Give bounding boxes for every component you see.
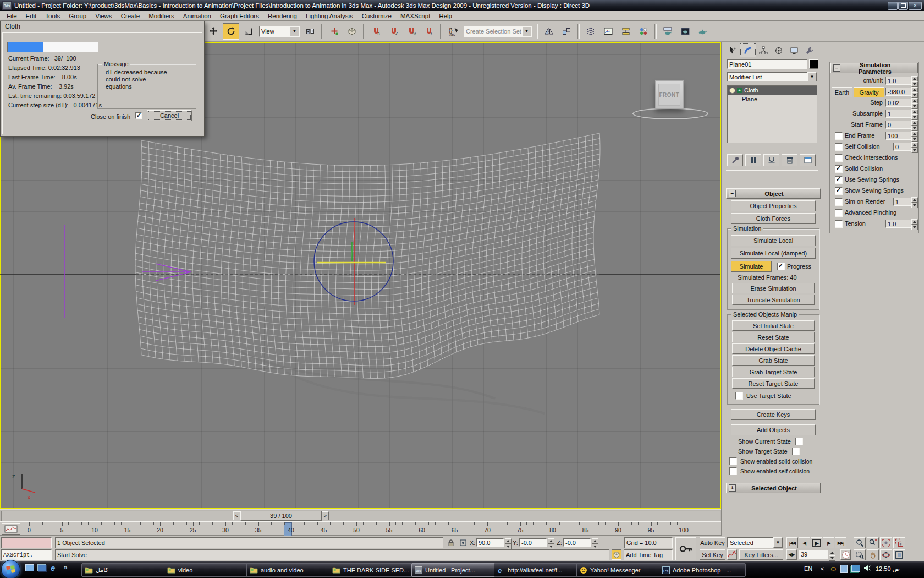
window-switcher-icon[interactable] bbox=[37, 564, 46, 571]
open-mini-curve-editor-button[interactable] bbox=[2, 523, 20, 535]
previous-frame-button[interactable]: < bbox=[233, 511, 240, 520]
reset-state-button[interactable]: Reset State bbox=[732, 332, 815, 342]
keyboard-shortcut-override-button[interactable] bbox=[344, 23, 360, 40]
taskbar-button-5[interactable]: ehttp://alkafeel.net/f... bbox=[494, 563, 581, 577]
show-end-result-button[interactable] bbox=[745, 154, 761, 166]
go-to-end-button[interactable]: ▶▶| bbox=[835, 537, 846, 548]
mirror-button[interactable] bbox=[541, 23, 557, 40]
selection-set-filter-dropdown[interactable]: Selected ▼ bbox=[727, 537, 783, 548]
solid-collision-checkbox[interactable] bbox=[835, 165, 843, 173]
show-desktop-icon[interactable] bbox=[25, 564, 34, 571]
menu-tools[interactable]: Tools bbox=[41, 12, 64, 20]
truncate-simulation-button[interactable]: Truncate Simulation bbox=[732, 295, 815, 305]
render-production-button[interactable] bbox=[695, 23, 711, 40]
use-sewing-springs-checkbox[interactable] bbox=[835, 176, 843, 184]
select-and-move-button[interactable] bbox=[205, 23, 222, 40]
simulate-local-damped--button[interactable]: Simulate Local (damped) bbox=[731, 248, 816, 259]
select-and-manipulate-button[interactable] bbox=[326, 23, 343, 40]
taskbar-button-2[interactable]: audio and video bbox=[246, 563, 333, 577]
gravity-button[interactable]: Gravity bbox=[854, 87, 884, 97]
angle-snap-toggle-button[interactable]: ∠ bbox=[386, 23, 402, 40]
end-frame-checkbox[interactable] bbox=[835, 132, 843, 140]
snap-toggle-3d-button[interactable]: 3 bbox=[368, 23, 384, 40]
selection-lock-toggle[interactable] bbox=[447, 538, 455, 547]
volume-tray-icon[interactable] bbox=[864, 564, 871, 572]
step-spinner-up[interactable] bbox=[911, 98, 918, 103]
modifier-enable-bulb-icon[interactable] bbox=[729, 88, 735, 94]
play-animation-button[interactable]: ▶ bbox=[811, 537, 822, 548]
expand-modifier-icon[interactable]: + bbox=[737, 88, 742, 93]
object-name-field[interactable]: Plane01 bbox=[727, 59, 807, 69]
tab-display[interactable] bbox=[787, 43, 802, 57]
reset-target-state-button[interactable]: Reset Target State bbox=[732, 378, 815, 389]
frame-spinner-down[interactable] bbox=[829, 555, 835, 561]
start-frame-field[interactable]: 0 bbox=[886, 121, 912, 129]
cloth-forces-button[interactable]: Cloth Forces bbox=[731, 213, 816, 224]
taskbar-button-1[interactable]: video bbox=[164, 563, 251, 577]
viewcube[interactable]: FRONT bbox=[631, 80, 708, 120]
taskbar-button-7[interactable]: PsAdobe Photoshop - ... bbox=[659, 563, 746, 577]
viewcube-cube[interactable]: FRONT bbox=[655, 80, 684, 109]
spinner-snap-toggle-button[interactable]: ↕ bbox=[421, 23, 437, 40]
use-pivot-point-center-button[interactable] bbox=[302, 23, 318, 40]
current-frame-field[interactable]: 39 bbox=[799, 550, 828, 559]
language-indicator[interactable]: EN bbox=[804, 565, 812, 572]
object-properties-button[interactable]: Object Properties bbox=[731, 200, 816, 211]
self-collision-spinner-up[interactable] bbox=[911, 142, 918, 148]
maxscript-mini-listener[interactable]: AXScript. bbox=[1, 549, 52, 560]
delete-object-cache-button[interactable]: Delete Object Cache bbox=[732, 343, 815, 354]
menu-animation[interactable]: Animation bbox=[179, 12, 216, 20]
dropdown-arrow-icon[interactable]: ▼ bbox=[773, 537, 783, 548]
select-and-scale-button[interactable] bbox=[240, 23, 257, 40]
menu-help[interactable]: Help bbox=[435, 12, 457, 20]
previous-frame-button[interactable]: ◀| bbox=[799, 537, 810, 548]
start-button[interactable] bbox=[1, 560, 20, 578]
curve-editor-button[interactable] bbox=[600, 23, 617, 40]
close-on-finish-checkbox[interactable] bbox=[135, 112, 142, 119]
time-slider[interactable]: < 39 / 100 > bbox=[0, 509, 721, 521]
tension-checkbox[interactable] bbox=[835, 220, 843, 228]
time-slider-handle[interactable]: 39 / 100 bbox=[240, 511, 322, 521]
layer-manager-button[interactable] bbox=[582, 23, 599, 40]
sim-on-render-checkbox[interactable] bbox=[835, 198, 843, 206]
modifier-stack-item-plane[interactable]: Plane bbox=[728, 95, 817, 103]
coord-z-field[interactable]: -0.0 bbox=[563, 538, 591, 547]
time-slider-track[interactable] bbox=[1, 511, 721, 521]
adaptive-degradation-toggle[interactable] bbox=[612, 549, 622, 560]
cloth-progress-dialog[interactable]: Cloth Current Frame: 39/ 100Elapsed Time… bbox=[0, 21, 205, 137]
menu-group[interactable]: Group bbox=[64, 12, 91, 20]
progress-checkbox[interactable] bbox=[777, 263, 785, 270]
configure-modifier-sets-button[interactable] bbox=[800, 154, 816, 166]
menu-create[interactable]: Create bbox=[117, 12, 145, 20]
add-objects-button[interactable]: Add Objects bbox=[731, 424, 816, 435]
menu-lighting-analysis[interactable]: Lighting Analysis bbox=[301, 12, 358, 20]
modifier-stack-item-cloth[interactable]: +Cloth bbox=[728, 86, 817, 95]
coord-spinner-up[interactable] bbox=[548, 538, 554, 544]
self-collision-checkbox[interactable] bbox=[835, 143, 843, 151]
subsample-field[interactable]: 1 bbox=[886, 110, 912, 118]
subsample-spinner-up[interactable] bbox=[911, 109, 918, 114]
taskbar-button-0[interactable]: كامل bbox=[81, 563, 168, 577]
edit-named-selection-sets-button[interactable]: {}ABC bbox=[445, 23, 461, 40]
tab-hierarchy[interactable] bbox=[756, 43, 771, 57]
menu-graph-editors[interactable]: Graph Editors bbox=[216, 12, 263, 20]
remove-modifier-button[interactable] bbox=[782, 154, 798, 166]
earth-button[interactable]: Earth bbox=[832, 87, 853, 97]
dropdown-arrow-icon[interactable]: ▼ bbox=[290, 26, 299, 36]
sim-on-render-field[interactable]: 1 bbox=[893, 198, 912, 206]
menu-file[interactable]: File bbox=[2, 12, 21, 20]
show-enabled-solid-collision-checkbox[interactable] bbox=[729, 457, 737, 465]
modifier-stack[interactable]: +ClothPlane bbox=[727, 85, 817, 143]
menu-maxscript[interactable]: MAXScript bbox=[396, 12, 435, 20]
menu-edit[interactable]: Edit bbox=[21, 12, 41, 20]
internet-explorer-icon[interactable]: e bbox=[51, 563, 55, 572]
start-frame-spinner-up[interactable] bbox=[911, 120, 918, 126]
percent-snap-toggle-button[interactable]: % bbox=[403, 23, 420, 40]
material-editor-button[interactable] bbox=[635, 23, 652, 40]
render-setup-button[interactable] bbox=[659, 23, 676, 40]
cm-unit-field[interactable]: 1.0 bbox=[886, 77, 912, 85]
check-intersections-checkbox[interactable] bbox=[835, 154, 843, 162]
tab-modify[interactable] bbox=[740, 43, 756, 57]
cm-unit-spinner-up[interactable] bbox=[911, 76, 918, 81]
tray-chevron[interactable]: < bbox=[821, 565, 824, 572]
